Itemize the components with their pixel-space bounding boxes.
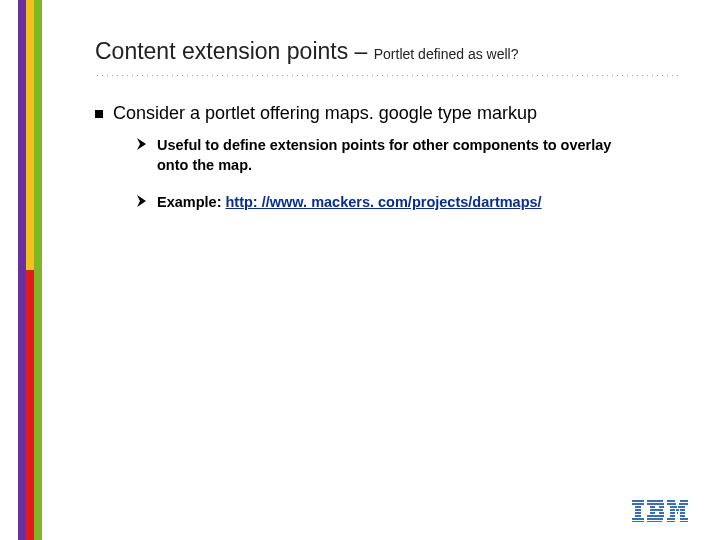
accent-bar-red: [26, 270, 34, 540]
accent-bar-green: [34, 0, 42, 540]
svg-rect-18: [647, 518, 663, 520]
svg-rect-14: [650, 509, 663, 511]
svg-rect-2: [632, 500, 644, 502]
svg-rect-9: [632, 521, 644, 522]
svg-rect-34: [667, 518, 675, 520]
accent-bar-purple: [18, 0, 26, 540]
title-sub: Portlet defined as well?: [374, 46, 519, 62]
svg-marker-0: [137, 138, 146, 150]
svg-rect-22: [667, 503, 676, 505]
example-link[interactable]: http: //www. mackers. com/projects/dartm…: [226, 194, 542, 210]
svg-rect-12: [650, 506, 655, 508]
sub-bullet-item: Useful to define extension points for ot…: [137, 136, 680, 175]
svg-rect-36: [667, 521, 675, 522]
svg-rect-19: [647, 521, 662, 522]
svg-rect-35: [680, 518, 688, 520]
bullet-level1: Consider a portlet offering maps. google…: [95, 103, 680, 124]
accent-bar-yellow: [26, 0, 34, 270]
svg-rect-15: [650, 512, 655, 514]
chevron-right-icon: [137, 195, 147, 207]
svg-rect-29: [670, 512, 675, 514]
svg-rect-24: [670, 506, 677, 508]
sub-bullet-text: Useful to define extension points for ot…: [157, 136, 627, 175]
svg-rect-6: [635, 512, 641, 514]
svg-rect-27: [676, 509, 679, 511]
svg-rect-31: [680, 512, 685, 514]
svg-rect-13: [659, 506, 664, 508]
title-main: Content extension points –: [95, 38, 374, 64]
svg-rect-8: [632, 518, 644, 520]
bullet-list: Consider a portlet offering maps. google…: [95, 103, 680, 213]
svg-rect-28: [680, 509, 685, 511]
svg-rect-25: [678, 506, 685, 508]
accent-sidebars: [18, 0, 42, 540]
chevron-right-icon: [137, 138, 147, 150]
svg-rect-23: [679, 503, 688, 505]
svg-rect-10: [647, 500, 663, 502]
svg-rect-30: [677, 512, 678, 514]
svg-rect-33: [680, 515, 685, 517]
accent-bar-split: [26, 0, 34, 540]
svg-rect-37: [680, 521, 688, 522]
svg-rect-20: [667, 500, 675, 502]
svg-rect-16: [659, 512, 664, 514]
ibm-logo: [632, 500, 688, 522]
svg-rect-11: [647, 503, 664, 505]
slide-title: Content extension points – Portlet defin…: [95, 38, 680, 65]
svg-rect-32: [670, 515, 675, 517]
svg-rect-17: [647, 515, 664, 517]
svg-rect-4: [635, 506, 641, 508]
svg-marker-1: [137, 195, 146, 207]
sub-bullet-text: Example: http: //www. mackers. com/proje…: [157, 193, 542, 213]
slide: Content extension points – Portlet defin…: [0, 0, 720, 540]
content-area: Content extension points – Portlet defin…: [95, 38, 680, 231]
svg-rect-26: [670, 509, 675, 511]
sub-bullet-list: Useful to define extension points for ot…: [137, 136, 680, 213]
svg-rect-21: [680, 500, 688, 502]
svg-rect-7: [635, 515, 641, 517]
sub-bullet-item: Example: http: //www. mackers. com/proje…: [137, 193, 680, 213]
svg-rect-3: [632, 503, 644, 505]
svg-rect-5: [635, 509, 641, 511]
square-bullet-icon: [95, 110, 103, 118]
dotted-divider: [95, 71, 680, 79]
bullet-level1-text: Consider a portlet offering maps. google…: [113, 103, 537, 124]
sub-bullet-prefix: Example:: [157, 194, 226, 210]
